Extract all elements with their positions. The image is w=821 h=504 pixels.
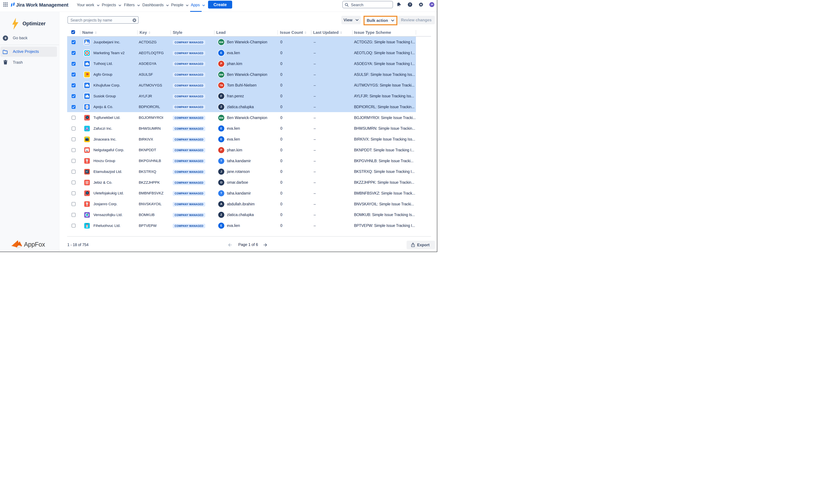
svg-text:?: ? bbox=[409, 3, 411, 6]
